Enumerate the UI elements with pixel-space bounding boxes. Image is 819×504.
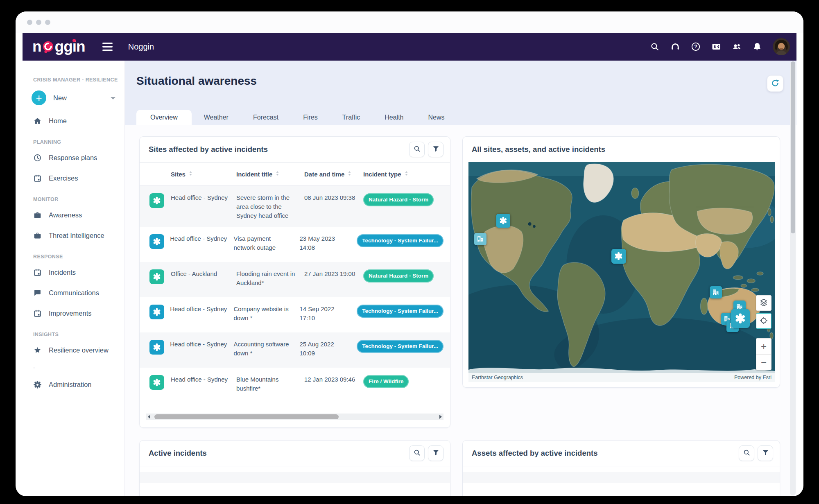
tab-forecast[interactable]: Forecast	[241, 110, 291, 125]
vertical-scrollbar[interactable]	[790, 61, 796, 495]
users-icon[interactable]	[729, 38, 745, 55]
scroll-left-arrow[interactable]	[148, 415, 150, 419]
scrollbar-thumb[interactable]	[154, 414, 339, 419]
map-panel: All sites, assets, and active incidents	[462, 136, 780, 388]
filter-button[interactable]	[758, 445, 773, 461]
sidebar-item-response-plans[interactable]: Response plans	[23, 147, 124, 168]
map-marker-site[interactable]	[474, 233, 486, 245]
tab-fires[interactable]: Fires	[291, 110, 330, 125]
table-body: Head office - SydneySevere storm in the …	[140, 186, 450, 403]
briefcase-icon	[33, 231, 42, 240]
refresh-button[interactable]	[767, 75, 783, 92]
page-title: Situational awareness	[136, 75, 257, 88]
sidebar-item-threat-intelligence[interactable]: Threat Intelligence	[23, 225, 124, 246]
sidebar-item-incidents[interactable]: Incidents	[23, 262, 124, 283]
table-row[interactable]: Office - AucklandFlooding rain event in …	[140, 262, 450, 297]
incident-icon	[149, 269, 164, 284]
tab-weather[interactable]: Weather	[192, 110, 241, 125]
tab-news[interactable]: News	[416, 110, 457, 125]
logo-text: n	[32, 41, 41, 53]
user-avatar[interactable]	[773, 38, 790, 55]
sidebar-section-insights: INSIGHTS	[33, 332, 124, 337]
help-icon[interactable]: ?	[688, 38, 704, 55]
site-cell: Head office - Sydney	[171, 375, 236, 384]
contact-card-icon[interactable]	[708, 38, 724, 55]
incident-icon-cell	[140, 234, 170, 249]
zoom-in-button[interactable]: +	[756, 339, 771, 354]
app-window: nggin Noggin ? CRISIS MANAGER - RESILIEN…	[16, 11, 803, 496]
column-header-incident-title[interactable]: Incident title	[236, 170, 304, 178]
incident-type-cell: Fire / Wildfire	[363, 375, 450, 388]
zoom-out-button[interactable]: −	[756, 354, 771, 370]
incident-type-badge: Natural Hazard - Storm	[363, 193, 434, 206]
tab-health[interactable]: Health	[372, 110, 416, 125]
table-row[interactable]: Head office - SydneySevere storm in the …	[140, 186, 450, 227]
sort-icon[interactable]	[187, 170, 194, 178]
sidebar-item-dash[interactable]: -	[23, 360, 124, 374]
site-cell: Head office - Sydney	[170, 234, 233, 243]
map-marker-site[interactable]	[710, 286, 722, 298]
sidebar-item-label: Threat Intelligence	[49, 232, 104, 240]
horizontal-scrollbar[interactable]	[146, 414, 443, 420]
sidebar-item-home[interactable]: Home	[23, 111, 124, 131]
window-close-button[interactable]	[27, 20, 32, 25]
attribution-right: Powered by Esri	[734, 375, 771, 380]
sidebar-item-improvements[interactable]: Improvements	[23, 303, 124, 323]
table-row[interactable]: Head office - SydneyAccounting software …	[140, 332, 450, 368]
map-layers-button[interactable]	[756, 295, 771, 311]
map-marker-incident[interactable]	[731, 309, 750, 328]
noggin-logo[interactable]: nggin	[32, 41, 85, 53]
window-minimize-button[interactable]	[36, 20, 41, 25]
tab-traffic[interactable]: Traffic	[330, 110, 373, 125]
sidebar-section-planning: PLANNING	[33, 139, 124, 145]
table-row[interactable]: Head office - SydneyBlue Mountains bushf…	[140, 368, 450, 403]
assets-affected-panel: Assets affected by active incidents	[462, 440, 780, 496]
headset-icon[interactable]	[667, 38, 683, 55]
incident-type-badge: Technology - System Failur...	[357, 305, 443, 318]
search-button[interactable]	[739, 445, 754, 461]
sidebar-item-resilience-overview[interactable]: Resilience overview	[23, 340, 124, 360]
sort-icon[interactable]	[274, 170, 281, 178]
column-header-date-and-time[interactable]: Date and time	[304, 170, 363, 178]
datetime-cell: 12 Jan 2023 09:46	[304, 375, 363, 384]
search-icon[interactable]	[647, 38, 663, 55]
incident-title-cell: Visa payment network outage	[233, 234, 299, 252]
filter-button[interactable]	[428, 142, 443, 157]
menu-icon[interactable]	[102, 43, 113, 51]
sort-icon[interactable]	[403, 170, 410, 178]
incident-title-cell: Accounting software down *	[233, 340, 299, 358]
sidebar-item-label: Home	[49, 117, 67, 125]
incident-type-cell: Technology - System Failur...	[357, 305, 450, 318]
sidebar-item-administration[interactable]: Administration	[23, 374, 124, 395]
map-attribution: Earthstar Geographics Powered by Esri	[468, 373, 775, 382]
scroll-right-arrow[interactable]	[439, 415, 442, 419]
sidebar-item-communications[interactable]: Communications	[23, 283, 124, 303]
sort-icon[interactable]	[346, 170, 353, 178]
column-label: Incident type	[363, 171, 401, 178]
filter-icon	[762, 449, 769, 458]
incident-title-cell: Company website is down *	[233, 305, 299, 323]
sidebar-item-exercises[interactable]: Exercises	[23, 168, 124, 188]
incident-type-badge: Fire / Wildfire	[363, 375, 409, 388]
world-map[interactable]: + − Earthstar Geographics Powered by Esr…	[468, 162, 775, 382]
map-marker-incident[interactable]	[611, 249, 626, 264]
column-header-sites[interactable]: Sites	[171, 170, 236, 178]
incident-type-cell: Natural Hazard - Storm	[363, 269, 450, 283]
table-row[interactable]: Head office - SydneyVisa payment network…	[140, 227, 450, 262]
sidebar-item-awareness[interactable]: Awareness	[23, 205, 124, 225]
map-marker-incident[interactable]	[496, 214, 510, 228]
table-row[interactable]: Head office - SydneyCompany website is d…	[140, 297, 450, 332]
divider	[140, 466, 450, 466]
scrollbar-thumb[interactable]	[791, 61, 795, 233]
sidebar-section-response: RESPONSE	[33, 254, 124, 260]
filter-button[interactable]	[428, 445, 443, 461]
search-button[interactable]	[409, 142, 425, 157]
window-maximize-button[interactable]	[45, 20, 50, 25]
chevron-down-icon[interactable]	[111, 97, 115, 99]
tab-overview[interactable]: Overview	[136, 110, 192, 125]
sidebar-item-new[interactable]: +New	[23, 85, 124, 111]
search-button[interactable]	[409, 445, 425, 461]
column-header-incident-type[interactable]: Incident type	[363, 170, 450, 178]
map-locate-button[interactable]	[756, 313, 771, 329]
bell-icon[interactable]	[749, 38, 765, 55]
